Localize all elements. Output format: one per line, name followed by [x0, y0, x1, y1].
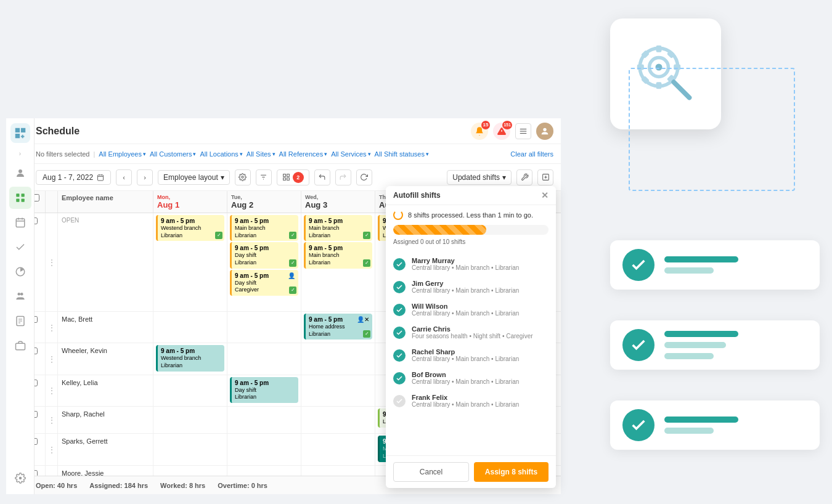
check-indicator — [393, 349, 406, 362]
row-options-btn[interactable]: ⋮ — [46, 434, 58, 465]
sidebar-item-contacts[interactable] — [9, 310, 31, 332]
autofill-close-btn[interactable]: ✕ — [541, 191, 549, 200]
shift-card[interactable]: 9 am - 5 pm Home address Librarian 👤✕ ✓ — [304, 314, 372, 339]
user-avatar[interactable] — [536, 123, 553, 140]
alert-badge: 151 — [502, 121, 512, 129]
autofill-status-text: 8 shifts processed. Less than 1 min to g… — [408, 211, 533, 219]
layout-dropdown[interactable]: Employee layout ▾ — [158, 170, 230, 185]
customers-filter[interactable]: All Customers — [150, 150, 196, 158]
sidebar-item-chart[interactable] — [9, 261, 31, 283]
employee-name-cell: Sharp, Rachel — [58, 407, 153, 433]
shift-card[interactable]: 9 am - 5 pm Day shift Caregiver 👤 ✓ — [230, 270, 298, 296]
alert-notification-btn[interactable]: 151 — [493, 123, 510, 140]
shift-card[interactable]: 9 am - 5 pm Main branch Librarian ✓ — [230, 215, 298, 241]
open-tue-cell[interactable]: 9 am - 5 pm Main branch Librarian ✓ 9 am… — [227, 213, 301, 311]
open-label: OPEN — [62, 217, 79, 224]
progress-bar — [393, 225, 549, 235]
header-actions: 15 151 — [471, 123, 553, 140]
employee-name-cell: Wheeler, Kevin — [58, 343, 153, 374]
list-item[interactable]: Marry Murray Central library • Main bran… — [386, 253, 556, 275]
assigned-count-label: Assigned 0 out of 10 shifts — [386, 237, 556, 250]
sidebar-item-briefcase[interactable] — [9, 335, 31, 357]
filter-btn[interactable] — [256, 169, 272, 185]
row-options-btn[interactable]: ⋮ — [46, 343, 58, 374]
shift-card[interactable]: 9 am - 5 pm Westend branch Librarian ✓ — [156, 215, 224, 241]
autofill-panel: Autofill shifts ✕ 8 shifts processed. Le… — [386, 186, 556, 488]
references-filter[interactable]: All References — [279, 150, 328, 158]
assign-button[interactable]: Assign 8 shifts — [474, 462, 549, 482]
settings-btn[interactable] — [235, 169, 251, 185]
page-title: Schedule — [36, 126, 80, 137]
employee-name-label: Employee name — [62, 194, 113, 201]
check-indicator — [393, 372, 406, 384]
app-logo[interactable] — [10, 123, 30, 143]
wrench-btn[interactable] — [516, 169, 532, 185]
kelley-tue-cell[interactable]: 9 am - 5 pm Day shift Librarian — [227, 375, 301, 406]
shift-statuses-filter[interactable]: All Shift statuses — [375, 150, 429, 158]
employee-name-header: Employee name — [58, 191, 153, 213]
locations-filter[interactable]: All Locations — [200, 150, 242, 158]
sidebar-item-settings[interactable] — [9, 467, 31, 489]
list-item[interactable]: Frank Felix Central library • Main branc… — [386, 389, 556, 412]
mon-header: Mon, Aug 1 — [153, 191, 227, 213]
sites-filter[interactable]: All Sites — [247, 150, 275, 158]
prev-week-btn[interactable]: ‹ — [116, 169, 132, 185]
open-wed-cell[interactable]: 9 am - 5 pm Main branch Librarian ✓ 9 am… — [301, 213, 375, 311]
sidebar-item-team[interactable] — [9, 285, 31, 307]
cancel-button[interactable]: Cancel — [393, 462, 469, 482]
person-x-icon: 👤✕ — [357, 315, 369, 323]
shift-card[interactable]: 9 am - 5 pm Main branch Librarian ✓ — [304, 215, 372, 241]
list-item[interactable]: Will Wilson Central library • Main branc… — [386, 298, 556, 321]
row-options-btn[interactable]: ⋮ — [46, 375, 58, 406]
mon-label: Mon, — [157, 194, 223, 200]
expand-arrow[interactable]: › — [19, 150, 21, 157]
undo-btn[interactable] — [314, 169, 330, 185]
list-view-btn[interactable] — [515, 123, 531, 139]
row-options-btn[interactable]: ⋮ — [46, 213, 58, 311]
employees-filter[interactable]: All Employees — [99, 150, 146, 158]
next-week-btn[interactable]: › — [137, 169, 153, 185]
date-range-picker[interactable]: Aug 1 - 7, 2022 — [36, 170, 111, 185]
sidebar-item-profile[interactable] — [9, 162, 31, 184]
list-item[interactable]: Jim Gerry Central library • Main branch … — [386, 275, 556, 298]
row-options-btn[interactable]: ⋮ — [46, 407, 58, 433]
shift-card[interactable]: 9 am - 5 pm Day shift Librarian ✓ — [230, 242, 298, 268]
header: Schedule 15 151 — [28, 118, 561, 144]
row-options-btn[interactable]: ⋮ — [46, 466, 58, 476]
services-filter[interactable]: All Services — [331, 150, 370, 158]
date-range-label: Aug 1 - 7, 2022 — [43, 173, 93, 182]
svg-rect-14 — [21, 193, 24, 197]
updated-shifts-dropdown[interactable]: Updated shifts ▾ — [447, 170, 512, 185]
list-item[interactable]: Bof Brown Central library • Main branch … — [386, 367, 556, 389]
sidebar-item-check[interactable] — [9, 236, 31, 258]
employee-name-cell: Mac, Brett — [58, 312, 153, 343]
bell-notification-btn[interactable]: 15 — [471, 123, 488, 140]
wheeler-mon-cell[interactable]: 9 am - 5 pm Westend branch Librarian — [153, 343, 227, 374]
employee-name-cell: Moore, Jessie — [58, 466, 153, 476]
row-options-btn[interactable]: ⋮ — [46, 312, 58, 343]
open-hours: Open: 40 hrs — [36, 482, 77, 489]
shift-card[interactable]: 9 am - 5 pm Day shift Librarian — [230, 377, 298, 403]
check-indicator — [393, 281, 406, 293]
shift-card[interactable]: 9 am - 5 pm Main branch Librarian ✓ — [304, 242, 372, 268]
open-mon-cell[interactable]: 9 am - 5 pm Westend branch Librarian ✓ — [153, 213, 227, 311]
sidebar-item-schedule[interactable] — [9, 187, 31, 209]
bg-card-2 — [610, 320, 820, 370]
list-item[interactable]: Rachel Sharp Central library • Main bran… — [386, 344, 556, 367]
clear-filters-btn[interactable]: Clear all filters — [510, 150, 553, 158]
dots-col-header — [46, 191, 58, 213]
employee-name-cell: OPEN — [58, 213, 153, 311]
autofill-status: 8 shifts processed. Less than 1 min to g… — [386, 205, 556, 225]
mac-wed-cell[interactable]: 9 am - 5 pm Home address Librarian 👤✕ ✓ — [301, 312, 375, 343]
redo-btn[interactable] — [335, 169, 351, 185]
sidebar-item-calendar[interactable] — [9, 211, 31, 234]
sparks-mon-cell — [153, 434, 227, 465]
svg-point-22 — [17, 293, 20, 296]
add-btn[interactable] — [537, 169, 553, 185]
refresh-btn[interactable] — [356, 169, 372, 185]
list-item[interactable]: Carrie Chris Four seasons health • Night… — [386, 321, 556, 344]
shift-card[interactable]: 9 am - 5 pm Westend branch Librarian — [156, 345, 224, 371]
tue-header: Tue, Aug 2 — [227, 191, 301, 213]
pending-count-btn[interactable]: 2 — [277, 169, 309, 185]
svg-rect-17 — [16, 219, 25, 227]
